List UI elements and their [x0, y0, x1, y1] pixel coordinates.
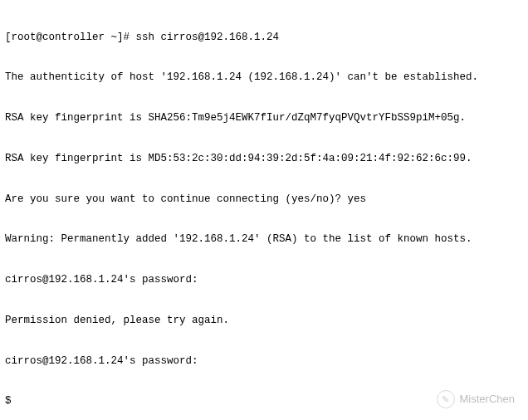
terminal-output: [root@controller ~]# ssh cirros@192.168.… [5, 3, 523, 420]
terminal-line: RSA key fingerprint is MD5:53:2c:30:dd:9… [5, 152, 523, 165]
terminal-line: Permission denied, please try again. [5, 314, 523, 327]
watermark-text: MisterChen [460, 393, 515, 407]
terminal-line: The authenticity of host '192.168.1.24 (… [5, 71, 523, 84]
terminal-line: cirros@192.168.1.24's password: [5, 354, 523, 368]
terminal-line: RSA key fingerprint is SHA256:Tm9e5j4EWK… [5, 111, 523, 125]
terminal-line: cirros@192.168.1.24's password: [5, 273, 523, 286]
terminal-line: [root@controller ~]# ssh cirros@192.168.… [5, 31, 523, 44]
watermark-icon: ✎ [437, 390, 455, 408]
terminal-line: Warning: Permanently added '192.168.1.24… [5, 232, 523, 246]
terminal-line: Are you sure you want to continue connec… [5, 193, 523, 206]
watermark: ✎ MisterChen [437, 390, 515, 408]
